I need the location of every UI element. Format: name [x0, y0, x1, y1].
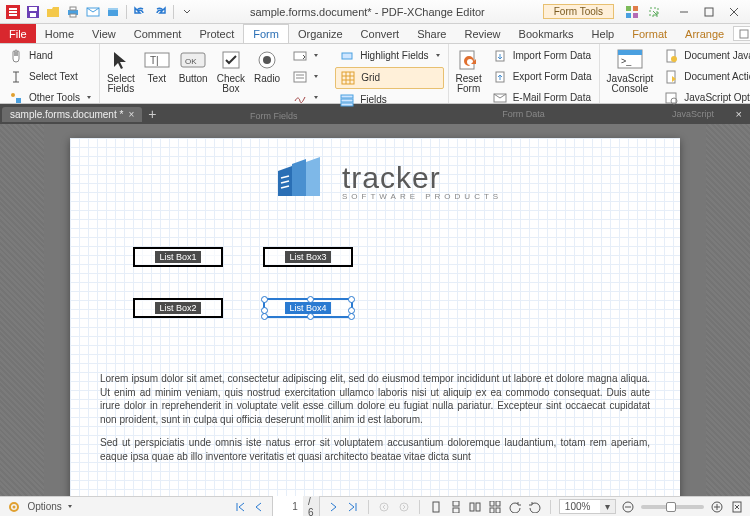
javascript-options[interactable]: JavaScript Options — [659, 88, 750, 108]
qat-dropdown-icon[interactable] — [178, 3, 196, 21]
js-options-icon — [662, 89, 680, 107]
svg-rect-53 — [618, 50, 642, 55]
svg-rect-72 — [490, 501, 494, 506]
launch-icon[interactable] — [645, 3, 663, 21]
close-all-icon[interactable]: × — [730, 108, 748, 120]
grid-toggle[interactable]: Grid — [335, 67, 443, 89]
svg-point-65 — [380, 503, 388, 511]
svg-rect-45 — [341, 95, 353, 98]
nav-forward-icon[interactable] — [397, 499, 412, 515]
new-tab-button[interactable]: + — [142, 106, 162, 122]
js-console-button[interactable]: >_JavaScript Console — [604, 46, 657, 95]
tab-protect[interactable]: Protect — [190, 24, 243, 43]
print-icon[interactable] — [64, 3, 82, 21]
tab-comment[interactable]: Comment — [125, 24, 191, 43]
import-form-data[interactable]: Import Form Data — [488, 46, 595, 66]
tab-form[interactable]: Form — [243, 24, 289, 43]
maximize-button[interactable] — [697, 3, 721, 21]
select-fields-button[interactable]: Select Fields — [104, 46, 138, 95]
svg-rect-67 — [433, 502, 439, 512]
export-form-data[interactable]: Export Form Data — [488, 67, 595, 87]
tab-arrange[interactable]: Arrange — [676, 24, 733, 43]
grid-icon — [339, 69, 357, 87]
document-viewport[interactable]: tracker SOFTWARE PRODUCTS List Box1 List… — [0, 124, 750, 496]
document-actions[interactable]: Document Actions — [659, 67, 750, 87]
select-text-tool[interactable]: Select Text — [4, 67, 95, 87]
listbox-1[interactable]: List Box1 — [133, 247, 223, 267]
tab-file[interactable]: File — [0, 24, 36, 43]
zoom-out-icon[interactable] — [621, 499, 636, 515]
email-icon[interactable] — [84, 3, 102, 21]
tab-share[interactable]: Share — [408, 24, 455, 43]
close-button[interactable] — [722, 3, 746, 21]
reset-form-button[interactable]: Reset Form — [453, 46, 485, 95]
more-fields[interactable] — [288, 46, 322, 66]
close-icon[interactable]: × — [128, 109, 134, 120]
last-page-icon[interactable] — [345, 499, 360, 515]
body-text: Lorem ipsum dolor sit amet, consectetur … — [100, 372, 650, 473]
checkbox-field-button[interactable]: Check Box — [214, 46, 248, 95]
document-tab[interactable]: sample.forms.document *× — [2, 107, 142, 122]
first-page-icon[interactable] — [232, 499, 247, 515]
tab-organize[interactable]: Organize — [289, 24, 352, 43]
document-javascript[interactable]: Document JavaScript — [659, 46, 750, 66]
svg-point-66 — [400, 503, 408, 511]
tab-review[interactable]: Review — [455, 24, 509, 43]
vertical-scrollbar[interactable] — [707, 124, 722, 496]
tab-convert[interactable]: Convert — [352, 24, 409, 43]
rotate-ccw-icon[interactable] — [507, 499, 522, 515]
svg-rect-20 — [740, 30, 748, 38]
svg-rect-40 — [342, 72, 354, 84]
svg-rect-74 — [490, 508, 494, 513]
layout-facing-icon[interactable] — [468, 499, 483, 515]
find-box[interactable]: Find... — [733, 26, 750, 41]
rotate-cw-icon[interactable] — [527, 499, 542, 515]
text-field-button[interactable]: T|Text — [141, 46, 173, 85]
app-menu-icon[interactable] — [4, 3, 22, 21]
tab-home[interactable]: Home — [36, 24, 83, 43]
svg-rect-13 — [626, 6, 631, 11]
signature-fields[interactable] — [288, 88, 322, 108]
scan-icon[interactable] — [104, 3, 122, 21]
open-icon[interactable] — [44, 3, 62, 21]
nav-back-icon[interactable] — [377, 499, 392, 515]
layout-single-icon[interactable] — [428, 499, 443, 515]
redo-icon[interactable] — [151, 3, 169, 21]
prev-page-icon[interactable] — [252, 499, 267, 515]
tab-help[interactable]: Help — [583, 24, 624, 43]
svg-rect-5 — [29, 7, 37, 11]
zoom-box[interactable]: 100%▾ — [559, 499, 616, 514]
minimize-button[interactable] — [672, 3, 696, 21]
fit-page-icon[interactable] — [729, 499, 744, 515]
radio-field-button[interactable]: Radio — [251, 46, 283, 85]
hand-tool[interactable]: Hand — [4, 46, 95, 66]
highlight-fields[interactable]: Highlight Fields — [335, 46, 443, 66]
svg-point-64 — [13, 505, 16, 508]
layout-facing-continuous-icon[interactable] — [488, 499, 503, 515]
page[interactable]: tracker SOFTWARE PRODUCTS List Box1 List… — [70, 138, 680, 496]
tab-format[interactable]: Format — [623, 24, 676, 43]
zoom-in-icon[interactable] — [709, 499, 724, 515]
svg-rect-14 — [633, 6, 638, 11]
ui-options-icon[interactable] — [623, 3, 641, 21]
button-field-button[interactable]: OKButton — [176, 46, 211, 85]
page-number-box[interactable]: 1/ 6 — [272, 494, 321, 517]
options-button[interactable]: Options — [27, 501, 61, 512]
tab-view[interactable]: View — [83, 24, 125, 43]
layout-continuous-icon[interactable] — [448, 499, 463, 515]
fields-pane[interactable]: Fields — [335, 90, 443, 110]
email-form-data[interactable]: E-Mail Form Data — [488, 88, 595, 108]
tab-bookmarks[interactable]: Bookmarks — [510, 24, 583, 43]
context-tab-label[interactable]: Form Tools — [543, 4, 614, 19]
list-fields[interactable] — [288, 67, 322, 87]
save-icon[interactable] — [24, 3, 42, 21]
next-page-icon[interactable] — [325, 499, 340, 515]
other-tools[interactable]: Other Tools — [4, 88, 95, 108]
zoom-slider[interactable] — [641, 505, 705, 509]
listbox-4-selected[interactable]: List Box4 — [263, 298, 353, 318]
listbox-2[interactable]: List Box2 — [133, 298, 223, 318]
undo-icon[interactable] — [131, 3, 149, 21]
listbox-3[interactable]: List Box3 — [263, 247, 353, 267]
svg-rect-16 — [633, 13, 638, 18]
gear-icon[interactable] — [6, 498, 22, 516]
